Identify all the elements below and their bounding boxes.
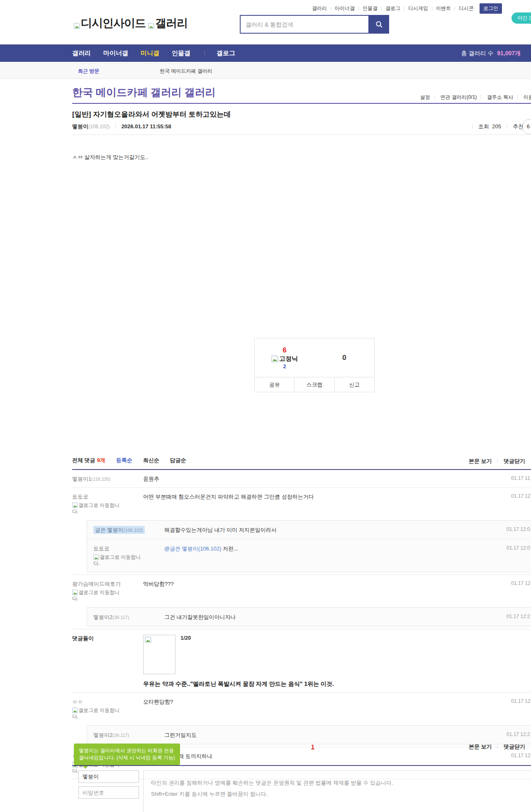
sort-newest[interactable]: 최신순 bbox=[143, 457, 159, 464]
comment-placeholder-line1: 타인의 권리를 침해하거나 명예를 훼손하는 댓글은 운영원칙 및 관련 법률에… bbox=[151, 777, 531, 788]
fixed-nick-count: 2 bbox=[283, 363, 286, 369]
reply-box: 글쓴 멯붕이(106.102) 해결할수있는게아님 내가 이미 저지른일이라서 … bbox=[87, 520, 531, 572]
reply-text: 그건 내가잘못한일이아니자나 bbox=[164, 614, 531, 621]
fixed-nick-toggle[interactable]: 고정닉 bbox=[271, 355, 298, 363]
nav-gallog[interactable]: 갤로그 bbox=[217, 49, 235, 57]
comment-textarea[interactable]: 타인의 권리를 침해하거나 명예를 훼손하는 댓글은 운영원칙 및 관련 법률에… bbox=[143, 770, 531, 812]
report-button[interactable]: 신고 bbox=[334, 377, 374, 392]
site-logo[interactable]: 디시인사이드 갤러리 bbox=[74, 16, 188, 31]
reply-author[interactable]: 멯붕이2(39.117) bbox=[93, 731, 164, 739]
reply-row: 멯붕이2(39.117) 그건 내가잘못한일이아니자나 01.17 12:2 bbox=[87, 608, 531, 626]
top-link-dcgame[interactable]: 디시게임 bbox=[408, 5, 428, 12]
nickname-input[interactable] bbox=[78, 770, 139, 783]
downvote-cell[interactable]: 0 bbox=[314, 338, 374, 377]
page-1[interactable]: 1 bbox=[311, 744, 314, 750]
mention-link[interactable]: @글쓴 멯붕이(106.102) bbox=[164, 545, 221, 552]
divider bbox=[517, 95, 518, 99]
reply-row: 멯붕이2(39.117) 그런거일지도 01.17 12:2 bbox=[87, 726, 531, 744]
scrap-button[interactable]: 스크랩 bbox=[294, 377, 334, 392]
gallog-link[interactable]: 갤로그로 이동합니다. bbox=[72, 502, 122, 515]
divider bbox=[72, 135, 531, 135]
top-link-gallery[interactable]: 갤러리 bbox=[312, 5, 327, 12]
reply-author[interactable]: 글쓴 멯붕이(106.102) bbox=[93, 526, 164, 534]
recent-visit-label[interactable]: 최근 방문 bbox=[78, 64, 99, 78]
comment-author[interactable]: 왕가슴메이드애호가 bbox=[72, 581, 121, 587]
post-body: ㅅㅂ 살자하는게 맞는거같기도.. bbox=[72, 154, 148, 161]
fixed-nick-label: 고정닉 bbox=[279, 355, 298, 363]
gallog-link[interactable]: 갤로그로 이동합니다. bbox=[93, 554, 143, 567]
comment-text: 오타헨당함? bbox=[143, 698, 531, 705]
view-post-link[interactable]: 본문 보기 bbox=[469, 458, 492, 464]
night-mode-button[interactable]: 야간 모드 bbox=[512, 12, 531, 24]
divider bbox=[205, 51, 205, 56]
post-author[interactable]: 멯붕이 bbox=[72, 123, 88, 130]
comment-author[interactable]: ㅇㅇ bbox=[72, 699, 83, 705]
close-comments-link[interactable]: 댓글닫기 bbox=[504, 458, 525, 464]
search-icon bbox=[375, 21, 383, 28]
comment-count-badge[interactable] bbox=[522, 119, 531, 134]
top-link-minorgall[interactable]: 마이너갤 bbox=[335, 5, 355, 12]
nav-persongall[interactable]: 인물갤 bbox=[172, 49, 190, 57]
view-post-link[interactable]: 본문 보기 bbox=[469, 744, 492, 750]
downvote-count: 0 bbox=[342, 354, 346, 362]
reply-author[interactable]: 멯붕이2(39.117) bbox=[93, 614, 164, 621]
comment-placeholder-line2: Shift+Enter 키를 동시에 누르면 줄바꿈이 됩니다. bbox=[151, 788, 531, 800]
reply-box: 멯붕이2(39.117) 그런거일지도 01.17 12:2 bbox=[87, 725, 531, 744]
broken-image-icon bbox=[72, 707, 78, 713]
ad-author: 댓글돌이 bbox=[72, 635, 143, 642]
broken-image-icon bbox=[93, 554, 99, 560]
comment-author[interactable]: 멯붕이1(118.235) bbox=[72, 475, 143, 483]
comment-row: ㅇㅇ 갤로그로 이동합니다. 오타헨당함? 01.17 12 bbox=[72, 693, 531, 724]
password-input[interactable] bbox=[78, 786, 139, 799]
nav-minigall[interactable]: 미니갤 bbox=[141, 49, 159, 57]
comment-text: 먹버당함??? bbox=[143, 580, 531, 587]
comment-ad-group: 댓글돌이 1/20 우유는 약과 수준.."멜라토닌 폭발시켜 꿀잠 자게 만드… bbox=[72, 629, 531, 693]
sort-registered[interactable]: 등록순 bbox=[116, 457, 132, 464]
divider bbox=[507, 124, 507, 129]
top-link-event[interactable]: 이벤트 bbox=[436, 5, 451, 12]
copy-url-link[interactable]: 갤주소 복사 bbox=[487, 94, 513, 100]
comments-section: 전체 댓글9개 등록순 최신순 답글순 본문 보기 댓글닫기 ↻ 멯붕이1(11… bbox=[72, 457, 531, 779]
divider bbox=[404, 7, 404, 11]
search-bar bbox=[240, 15, 389, 34]
nav-gallery[interactable]: 갤러리 bbox=[72, 49, 91, 57]
ad-comment-row: 댓글돌이 1/20 우유는 약과 수준.."멜라토닌 폭발시켜 꿀잠 자게 만드… bbox=[72, 629, 531, 692]
gallog-link[interactable]: 갤로그로 이동합니다. bbox=[72, 707, 122, 720]
divider bbox=[481, 95, 481, 99]
top-link-persongall[interactable]: 인물갤 bbox=[363, 5, 378, 12]
divider bbox=[331, 7, 331, 11]
login-button[interactable]: 로그인 bbox=[480, 3, 502, 14]
sort-reply[interactable]: 답글순 bbox=[170, 457, 186, 464]
search-button[interactable] bbox=[369, 15, 389, 34]
gallery-title[interactable]: 한국 메이드카페 갤러리 갤러리 bbox=[72, 86, 216, 99]
close-comments-link[interactable]: 댓글닫기 bbox=[504, 744, 525, 750]
divider bbox=[115, 124, 116, 129]
divider bbox=[455, 7, 455, 11]
ad-image[interactable] bbox=[143, 635, 175, 674]
ad-page-indicator: 1/20 bbox=[180, 635, 191, 641]
reply-text: 해결할수있는게아님 내가 이미 저지른일이라서 bbox=[164, 526, 531, 533]
divider bbox=[497, 744, 498, 749]
upvote-count: 6 bbox=[283, 346, 286, 355]
reply-author[interactable]: 토토로 bbox=[93, 545, 110, 552]
total-gallery-count: 총 갤러리 수 91,007개 bbox=[461, 44, 521, 62]
top-link-gallog[interactable]: 갤로그 bbox=[385, 5, 400, 12]
search-input[interactable] bbox=[240, 15, 369, 34]
related-gallery-link[interactable]: 연관 갤러리(0/1) bbox=[440, 94, 477, 100]
recent-gallery-link[interactable]: 한국 메이드카페 갤러리 bbox=[160, 64, 212, 78]
logo-text-dcinside: 디시인사이드 bbox=[81, 16, 146, 31]
comments-count: 9개 bbox=[97, 457, 105, 463]
ad-headline[interactable]: 우유는 약과 수준.."멜라토닌 폭발시켜 꿀잠 자게 만드는 음식" 1위는 … bbox=[143, 680, 531, 688]
gallog-link[interactable]: 갤로그로 이동합니다. bbox=[72, 589, 122, 602]
share-button[interactable]: 공유 bbox=[255, 377, 294, 392]
comment-author[interactable]: 토토로 bbox=[72, 494, 88, 500]
guide-link[interactable]: 이용안내 bbox=[523, 94, 531, 100]
nav-minorgall[interactable]: 마이너갤 bbox=[103, 49, 128, 57]
post-date: 2026.01.17 11:55:58 bbox=[122, 123, 171, 130]
views-count: 205 bbox=[492, 123, 501, 130]
page: 갤러리 마이너갤 인물갤 갤로그 디시게임 이벤트 디시콘 로그인 야간 모드 … bbox=[0, 0, 531, 812]
upvote-cell[interactable]: 6 고정닉 2 bbox=[255, 338, 314, 377]
comment-time: 01.17 11 bbox=[511, 475, 530, 481]
top-link-dccon[interactable]: 디시콘 bbox=[459, 5, 474, 12]
settings-link[interactable]: 설정 bbox=[420, 94, 430, 100]
